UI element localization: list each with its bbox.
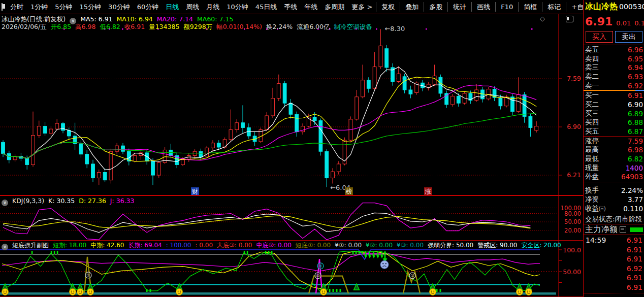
period-tab[interactable]: 多周期 [321,3,348,12]
legend-item: : 100.00 [166,242,191,249]
legend-item: MA10: 6.94 [117,15,153,23]
legend-item: ¥①: 0.00 [335,242,362,249]
bottom-signal-bar [150,289,151,292]
legend-item: 额9298万 [183,23,212,30]
ask-level-row[interactable]: 卖二6.93 [584,72,644,81]
tool-menu-item[interactable]: 标记 [542,2,566,12]
ask-level-row[interactable]: 卖三6.94 [584,63,644,72]
split-window-icon[interactable] [566,16,573,22]
period-tab[interactable]: 45日线 [252,3,281,12]
sub-indicator-title: 短底强升副图 [12,242,49,249]
period-tab[interactable]: 15分钟 [76,3,105,12]
level-price: 6.91 [628,91,643,100]
period-tab[interactable]: 分时 [7,3,27,12]
detail-list-icon[interactable] [620,226,626,233]
last-price: 6.91 [585,15,613,28]
watermark-text: 财 [192,188,198,195]
tool-menu-item[interactable]: 画线 [471,2,495,12]
stat-row: 外盘64903 [584,173,644,182]
smiley-face-icon [320,289,327,295]
ohlc-info-row: 2026/02/06/五开6.85高6.98低6.82收6.91量134385额… [2,23,376,31]
period-tab[interactable]: 1分钟 [27,3,51,12]
candlestick-chart[interactable]: ←8.30←6.04财榜涨7.596.906.21 [0,14,583,195]
stat-label: 净资 [585,195,599,204]
buy-mark [268,251,270,254]
price-row: 6.91 0.01 0.14% [584,12,644,28]
bid-level-row[interactable]: 买一6.91 [584,91,644,100]
period-tab[interactable]: 周线 [182,3,203,12]
quote-sidebar: 冰山冷热000530 6.91 0.01 0.14% 买入 卖出 卖五6.96卖… [583,0,644,297]
period-tab[interactable]: 年线 [301,3,321,12]
stat-row: 收益㈢0.110 [584,204,644,213]
tool-menu-item[interactable]: 简框 [518,2,542,12]
smiley-face-icon [526,289,532,295]
stat-label: 外盘 [585,172,599,181]
chart-title: 冰山冷热(日线.前复权) [2,15,66,23]
legend-item: 短底①: 0.00 [296,242,331,249]
legend-item: 短期: 18.00 [53,242,86,249]
stat-value: 7.59 [628,137,643,145]
sub-indicator-header: ∨短底强升副图短期: 18.00中期: 42.60长期: 69.04: 100.… [2,241,569,250]
stat-label: 现量 [585,163,599,173]
series-中期 [2,251,540,289]
panel-layout-icon[interactable] [2,3,3,11]
tick-row: 6.91 [584,245,644,254]
ma-line-5 [3,67,536,170]
bid-level-row[interactable]: 买四6.88 [584,118,644,127]
period-tab[interactable]: 月线 [203,3,223,12]
ask-level-row[interactable]: 卖四6.95 [584,54,644,63]
chevron-down-icon[interactable]: ∨ [2,200,8,206]
bid-level-row[interactable]: 买二6.90 [584,100,644,109]
tick-row: 6.91 [584,273,644,283]
legend-item: 中期: 42.60 [90,242,124,249]
stat-value: 6.98 [628,146,643,154]
stat-value: 64903 [621,173,643,181]
down-arrow-icon [376,255,379,258]
level-price: 6.90 [628,101,643,109]
level-label: 卖二 [585,72,599,81]
tick-time-row: 14:59 6.91 [584,235,644,245]
period-tab[interactable]: 日线 [162,3,182,12]
level-label: 买五 [585,127,599,136]
period-tab[interactable]: 30分钟 [105,3,134,12]
ma-line-20 [3,85,536,160]
legend-item: D: 27.36 [79,197,106,205]
legend-item: 安全区: 20.00 [521,242,561,249]
bid-level-row[interactable]: 买五6.87 [584,127,644,136]
svg-text:②: ② [318,263,323,269]
buy-mark [54,251,55,254]
buy-button[interactable]: 买入 [586,31,613,43]
period-tab[interactable]: 5分钟 [51,3,76,12]
stat-value: 3.77 [628,195,643,204]
sell-button[interactable]: 卖出 [615,31,642,43]
period-tab[interactable]: 10分钟 [223,3,252,12]
tool-menu-item[interactable]: 复权 [376,2,400,12]
period-tab[interactable]: 60分钟 [134,3,163,12]
legend-item: 2026/02/06/五 [2,23,47,30]
kdj-header: ∨KDJ(9,3,3)K: 30.35D: 27.36J: 36.33 [2,197,143,206]
ask-level-row[interactable]: 卖一6.92 [584,81,644,90]
chevron-down-icon[interactable]: ∨ [2,244,8,250]
tool-menu-item[interactable]: F10 [495,2,518,12]
stat-row: 涨停7.59 [584,137,644,146]
tool-menu-item[interactable]: 统计 [447,2,471,12]
kdj-axis-label: 50.00 [564,218,581,225]
tick-list[interactable]: 6.916.916.926.916.91 [584,245,644,292]
diamond-icon[interactable]: ◇ [540,15,545,22]
stat-label: 最低 [585,154,599,163]
period-tab[interactable]: 更多 > [348,3,376,12]
legend-item: MA5: 6.91 [80,15,112,23]
stat-row: 现量1400 [584,163,644,173]
ask-level-row[interactable]: 卖五6.96 [584,45,644,54]
price-axis-label: 7.59 [567,75,581,82]
tool-menu-item[interactable]: 叠加 [400,2,424,12]
legend-item: 大底③: 0.00 [217,242,252,249]
event-dot [426,28,427,30]
watermark-text: 涨 [425,188,431,195]
price-axis-label: 6.90 [567,123,581,130]
bid-level-row[interactable]: 买三6.89 [584,109,644,118]
bottom-signal-bar [336,289,338,292]
stat-value: 2.24% [621,186,643,194]
period-tab[interactable]: 季线 [280,3,301,12]
tool-menu-item[interactable]: 多股 [424,2,447,12]
